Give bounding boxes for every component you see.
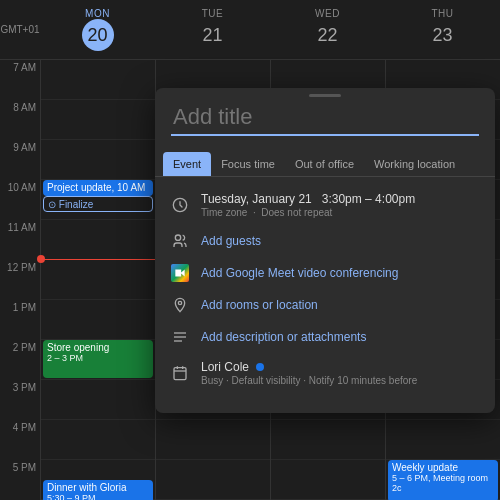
modal-datetime-row: Tuesday, January 21 3:30pm – 4:00pm Time… — [155, 185, 495, 225]
tab-focus-time[interactable]: Focus time — [211, 152, 285, 176]
day-num-mon: 20 — [82, 19, 114, 51]
modal-body: Tuesday, January 21 3:30pm – 4:00pm Time… — [155, 177, 495, 401]
event-creation-modal: Event Focus time Out of office Working l… — [155, 88, 495, 413]
day-num-thu: 23 — [427, 19, 459, 51]
event-weekly-update[interactable]: Weekly update 5 – 6 PM, Meeting room 2c — [388, 460, 498, 500]
event-project-update[interactable]: Project update, 10 AM — [43, 180, 153, 196]
day-num-tue: 21 — [197, 19, 229, 51]
user-status-dot — [256, 363, 264, 371]
tab-working-location[interactable]: Working location — [364, 152, 465, 176]
day-label-wed: WED — [270, 8, 385, 19]
time-7am: 7 AM — [0, 60, 40, 100]
datetime-main[interactable]: Tuesday, January 21 3:30pm – 4:00pm — [201, 192, 415, 206]
modal-description-row[interactable]: Add description or attachments — [155, 321, 495, 353]
time-2pm: 2 PM — [0, 340, 40, 380]
repeat-label: Does not repeat — [261, 207, 332, 218]
time-5pm: 5 PM — [0, 460, 40, 500]
svg-point-2 — [178, 301, 181, 304]
calendar-icon — [171, 364, 189, 382]
time-11am: 11 AM — [0, 220, 40, 260]
day-label-mon: MON — [40, 8, 155, 19]
description-icon — [171, 328, 189, 346]
time-8am: 8 AM — [0, 100, 40, 140]
guests-icon — [171, 232, 189, 250]
event-store-opening[interactable]: Store opening 2 – 3 PM — [43, 340, 153, 378]
timezone-label: GMT+01 — [0, 24, 40, 35]
event-weekly-title: Weekly update — [392, 462, 494, 473]
modal-meet-row[interactable]: Add Google Meet video conferencing — [155, 257, 495, 289]
modal-calendar-row[interactable]: Lori Cole Busy · Default visibility · No… — [155, 353, 495, 393]
datetime-sub: Time zone · Does not repeat — [201, 207, 415, 218]
time-12pm: 12 PM — [0, 260, 40, 300]
header-day-thu[interactable]: THU 23 — [385, 8, 500, 51]
event-weekly-details: 5 – 6 PM, Meeting room 2c — [392, 473, 494, 493]
modal-tabs: Event Focus time Out of office Working l… — [155, 144, 495, 177]
header-day-wed[interactable]: WED 22 — [270, 8, 385, 51]
current-time-line — [41, 259, 155, 260]
event-store-time: 2 – 3 PM — [47, 353, 149, 363]
calendar-user-name: Lori Cole — [201, 360, 417, 374]
header-day-mon[interactable]: MON 20 — [40, 8, 155, 51]
event-finalize-presentation[interactable]: ⊙ Finalize presentation, 10 — [43, 196, 153, 212]
clock-icon — [171, 196, 189, 214]
location-icon — [171, 296, 189, 314]
event-store-title: Store opening — [47, 342, 149, 353]
calendar-header: GMT+01 MON 20 TUE 21 WED 22 THU 23 — [0, 0, 500, 60]
datetime-info: Tuesday, January 21 3:30pm – 4:00pm Time… — [201, 192, 415, 218]
calendar-user-info: Lori Cole Busy · Default visibility · No… — [201, 360, 417, 386]
time-9am: 9 AM — [0, 140, 40, 180]
event-dinner-gloria-title: Dinner with Gloria — [47, 482, 149, 493]
modal-guests-row[interactable]: Add guests — [155, 225, 495, 257]
time-10am: 10 AM — [0, 180, 40, 220]
event-dinner-gloria-time: 5:30 – 9 PM — [47, 493, 149, 500]
day-label-thu: THU — [385, 8, 500, 19]
tab-out-of-office[interactable]: Out of office — [285, 152, 364, 176]
event-time-range: 3:30pm – 4:00pm — [322, 192, 415, 206]
time-column: 7 AM 8 AM 9 AM 10 AM 11 AM 12 PM 1 PM 2 … — [0, 60, 40, 500]
day-col-mon[interactable]: Zürich design days — [40, 60, 155, 500]
calendar-background: GMT+01 MON 20 TUE 21 WED 22 THU 23 7 AM … — [0, 0, 500, 500]
header-day-tue[interactable]: TUE 21 — [155, 8, 270, 51]
event-title-input[interactable] — [171, 104, 479, 136]
google-meet-icon — [171, 264, 189, 282]
add-description-label[interactable]: Add description or attachments — [201, 330, 479, 344]
modal-location-row[interactable]: Add rooms or location — [155, 289, 495, 321]
timezone-label-modal: Time zone — [201, 207, 247, 218]
add-meet-label[interactable]: Add Google Meet video conferencing — [201, 266, 479, 280]
calendar-status: Busy · Default visibility · Notify 10 mi… — [201, 375, 417, 386]
svg-rect-6 — [174, 368, 186, 380]
add-guests-label[interactable]: Add guests — [201, 234, 479, 248]
tab-event[interactable]: Event — [163, 152, 211, 176]
event-dinner-gloria[interactable]: Dinner with Gloria 5:30 – 9 PM Central — [43, 480, 153, 500]
add-rooms-label[interactable]: Add rooms or location — [201, 298, 479, 312]
time-3pm: 3 PM — [0, 380, 40, 420]
day-label-tue: TUE — [155, 8, 270, 19]
time-1pm: 1 PM — [0, 300, 40, 340]
event-date: Tuesday, January 21 — [201, 192, 312, 206]
day-num-wed: 22 — [312, 19, 344, 51]
time-4pm: 4 PM — [0, 420, 40, 460]
svg-point-1 — [175, 235, 180, 240]
modal-drag-handle — [309, 94, 341, 97]
